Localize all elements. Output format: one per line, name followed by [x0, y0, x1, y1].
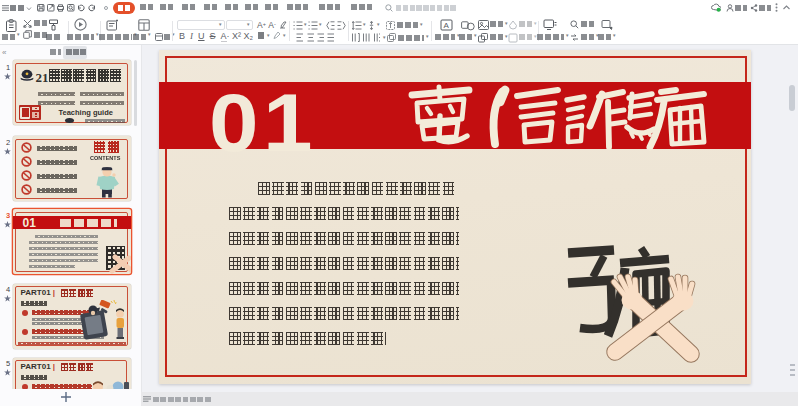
svg-text:A: A	[443, 21, 449, 30]
